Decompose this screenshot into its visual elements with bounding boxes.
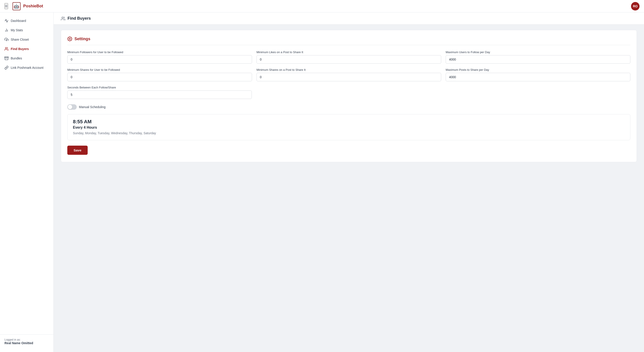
settings-title: Settings [74,37,90,41]
settings-content: Settings Minimum Followers for User to b… [54,24,644,168]
box-icon [4,56,8,60]
sidebar-item-label: Link Poshmark Account [11,66,44,69]
manual-scheduling-toggle[interactable] [67,104,77,110]
settings-card: Settings Minimum Followers for User to b… [61,30,637,162]
schedule-card: 8:55 AM Every 4 Hours Sunday, Monday, Tu… [67,114,630,140]
upload-icon [4,37,8,41]
bar-chart-icon [4,28,8,32]
hamburger-button[interactable]: ≡ [4,3,8,9]
form-row-3: Seconds Between Each Follow/Share [67,86,630,99]
app-header: ≡ 🤖 PoshieBot RO [0,0,644,12]
schedule-time: 8:55 AM [73,119,625,125]
sidebar-item-my-stats[interactable]: My Stats [0,25,54,35]
users-icon [4,47,8,51]
seconds-input[interactable] [67,90,252,99]
min-followers-group: Minimum Followers for User to be Followe… [67,50,252,64]
settings-gear-icon [67,36,72,41]
min-shares-post-input[interactable] [256,73,441,81]
min-followers-label: Minimum Followers for User to be Followe… [67,50,252,54]
main-content: Find Buyers Settings Min [54,12,644,352]
card-header: Settings [67,36,630,45]
min-likes-group: Minimum Likes on a Post to Share It [256,50,441,64]
logo-text: PoshieBot [23,4,43,8]
logged-in-user: Real Name Omitted [4,341,49,345]
find-buyers-page-icon [61,16,65,21]
max-posts-share-group: Maximum Posts to Share per Day [446,68,630,81]
app-layout: Dashboard My Stats Share Closet [0,12,644,352]
max-users-follow-group: Maximum Users to Follow per Day [446,50,630,64]
manual-scheduling-label: Manual Scheduling [79,105,106,109]
sidebar-item-bundles[interactable]: Bundles [0,54,54,63]
max-users-follow-label: Maximum Users to Follow per Day [446,50,630,54]
schedule-frequency: Every 4 Hours [73,126,625,130]
save-button[interactable]: Save [67,146,88,155]
sidebar: Dashboard My Stats Share Closet [0,12,54,352]
min-shares-user-label: Minimum Shares for User to be Followed [67,68,252,71]
activity-icon [4,19,8,23]
min-shares-user-input[interactable] [67,73,252,81]
min-shares-user-group: Minimum Shares for User to be Followed [67,68,252,81]
link-icon [4,66,8,70]
max-posts-share-label: Maximum Posts to Share per Day [446,68,630,71]
schedule-days: Sunday, Monday, Tuesday, Wednesday, Thur… [73,131,625,136]
form-row-2: Minimum Shares for User to be Followed M… [67,68,630,81]
min-shares-post-label: Minimum Shares on a Post to Share It [256,68,441,71]
page-title: Find Buyers [68,16,91,21]
svg-point-4 [5,47,7,49]
logged-in-label: Logged in as: [4,338,49,341]
max-users-follow-input[interactable] [446,55,630,64]
svg-rect-5 [5,57,8,58]
logo-icon: 🤖 [12,2,20,10]
sidebar-item-dashboard[interactable]: Dashboard [0,16,54,25]
min-likes-input[interactable] [256,55,441,64]
min-shares-post-group: Minimum Shares on a Post to Share It [256,68,441,81]
svg-point-8 [69,38,70,39]
sidebar-item-find-buyers[interactable]: Find Buyers [0,44,54,54]
min-likes-label: Minimum Likes on a Post to Share It [256,50,441,54]
toggle-knob [68,105,72,109]
sidebar-footer: Logged in as: Real Name Omitted [0,334,54,349]
sidebar-item-link-poshmark[interactable]: Link Poshmark Account [0,63,54,72]
sidebar-item-label: Bundles [11,56,22,60]
form-row-1: Minimum Followers for User to be Followe… [67,50,630,64]
toggle-row: Manual Scheduling [67,104,630,110]
nav-items: Dashboard My Stats Share Closet [0,16,54,72]
page-header: Find Buyers [54,12,644,24]
min-followers-input[interactable] [67,55,252,64]
sidebar-item-label: Dashboard [11,19,26,22]
sidebar-item-label: Share Closet [11,38,29,41]
header-left: ≡ 🤖 PoshieBot [4,2,43,10]
sidebar-item-label: Find Buyers [11,47,29,51]
sidebar-item-share-closet[interactable]: Share Closet [0,35,54,44]
avatar-button[interactable]: RO [631,2,640,10]
svg-point-7 [62,17,63,18]
seconds-group: Seconds Between Each Follow/Share [67,86,252,99]
sidebar-item-label: My Stats [11,28,23,32]
seconds-label: Seconds Between Each Follow/Share [67,86,252,89]
max-posts-share-input[interactable] [446,73,630,81]
